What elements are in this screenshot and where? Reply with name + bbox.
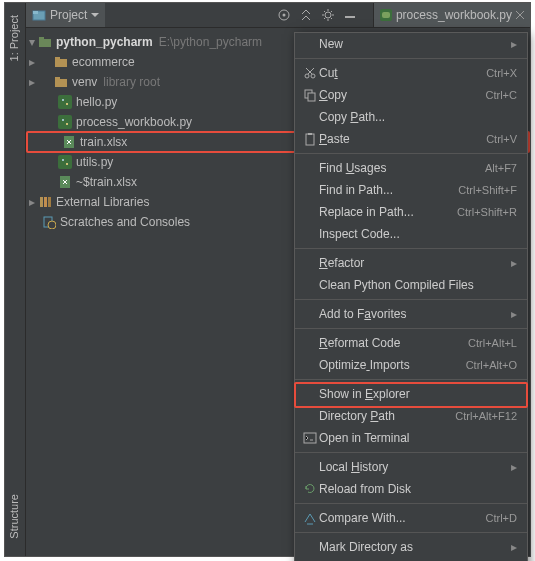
xls-icon (58, 175, 72, 189)
sidebar-tab-structure[interactable]: Structure (8, 494, 20, 539)
menu-item[interactable]: Clean Python Compiled Files (295, 274, 527, 296)
svg-point-28 (48, 221, 56, 229)
svg-rect-7 (39, 39, 51, 47)
suffix: library root (103, 75, 160, 89)
svg-point-22 (66, 163, 68, 165)
menu-separator (295, 248, 527, 249)
gear-icon[interactable] (321, 8, 335, 22)
library-icon (38, 195, 52, 209)
scratch-label: Scratches and Consoles (60, 215, 190, 229)
folder-icon (54, 55, 68, 69)
folder-icon (54, 75, 68, 89)
menu-item[interactable]: CopyCtrl+C (295, 84, 527, 106)
submenu-arrow-icon: ▸ (511, 256, 517, 270)
target-icon[interactable] (277, 8, 291, 22)
menu-item[interactable]: Add to Favorites▸ (295, 303, 527, 325)
chevron-down-icon (91, 11, 99, 19)
sidebar-tab-project[interactable]: 1: Project (8, 15, 20, 61)
chevron-down-icon[interactable]: ▾ (26, 34, 38, 50)
svg-rect-32 (308, 93, 315, 101)
shortcut: Ctrl+D (486, 512, 517, 524)
menu-label: Copy Path... (319, 110, 517, 124)
shortcut: Ctrl+C (486, 89, 517, 101)
menu-label: Cut (319, 66, 486, 80)
file-label: train.xlsx (80, 135, 127, 149)
python-icon (380, 9, 392, 21)
menu-item[interactable]: Open in Terminal (295, 427, 527, 449)
close-icon[interactable] (516, 11, 524, 19)
chevron-right-icon[interactable]: ▸ (26, 54, 38, 70)
menu-item[interactable]: Replace in Path...Ctrl+Shift+R (295, 201, 527, 223)
menu-item[interactable]: Local History▸ (295, 456, 527, 478)
svg-point-29 (305, 74, 309, 78)
svg-rect-5 (345, 16, 355, 18)
menu-separator (295, 379, 527, 380)
svg-point-3 (282, 14, 285, 17)
svg-point-4 (325, 12, 331, 18)
menu-item[interactable]: Find in Path...Ctrl+Shift+F (295, 179, 527, 201)
cut-icon (303, 66, 317, 80)
svg-rect-11 (55, 79, 67, 87)
file-label: ecommerce (72, 55, 135, 69)
shortcut: Ctrl+Shift+F (458, 184, 517, 196)
menu-item[interactable]: Mark Directory as▸ (295, 536, 527, 558)
menu-label: Reload from Disk (319, 482, 517, 496)
reload-icon (303, 482, 317, 496)
menu-separator (295, 532, 527, 533)
menu-item[interactable]: Inspect Code... (295, 223, 527, 245)
scratch-icon (42, 215, 56, 229)
menu-item[interactable]: Refactor▸ (295, 252, 527, 274)
menu-separator (295, 153, 527, 154)
copy-icon (303, 88, 317, 102)
menu-label: New (319, 37, 511, 51)
menu-separator (295, 328, 527, 329)
menu-label: Add to Favorites (319, 307, 511, 321)
svg-rect-33 (306, 134, 314, 145)
menu-item[interactable]: Reload from Disk (295, 478, 527, 500)
shortcut: Ctrl+Alt+L (468, 337, 517, 349)
menu-item[interactable]: Reformat CodeCtrl+Alt+L (295, 332, 527, 354)
menu-item[interactable]: CutCtrl+X (295, 62, 527, 84)
ext-label: External Libraries (56, 195, 149, 209)
menu-item[interactable]: PasteCtrl+V (295, 128, 527, 150)
menu-item[interactable]: Optimize ImportsCtrl+Alt+O (295, 354, 527, 376)
menu-label: Local History (319, 460, 511, 474)
svg-rect-26 (48, 197, 51, 207)
menu-label: Clean Python Compiled Files (319, 278, 517, 292)
project-dropdown[interactable]: Project (26, 3, 105, 27)
svg-rect-35 (304, 433, 316, 443)
menu-item[interactable]: New▸ (295, 33, 527, 55)
svg-point-14 (62, 99, 64, 101)
file-label: venv (72, 75, 97, 89)
collapse-icon[interactable] (299, 8, 313, 22)
toolbar: Project process_workbook.py (26, 3, 530, 28)
svg-point-18 (66, 123, 68, 125)
menu-label: Reformat Code (319, 336, 468, 350)
svg-rect-16 (58, 115, 72, 129)
shortcut: Ctrl+Alt+F12 (455, 410, 517, 422)
menu-item[interactable]: Show in Explorer (295, 383, 527, 405)
menu-label: Open in Terminal (319, 431, 517, 445)
submenu-arrow-icon: ▸ (511, 540, 517, 554)
menu-item[interactable]: Find UsagesAlt+F7 (295, 157, 527, 179)
menu-label: Paste (319, 132, 486, 146)
svg-rect-25 (44, 197, 47, 207)
menu-item[interactable]: Compare With...Ctrl+D (295, 507, 527, 529)
menu-item[interactable]: Directory PathCtrl+Alt+F12 (295, 405, 527, 427)
svg-rect-20 (58, 155, 72, 169)
menu-separator (295, 503, 527, 504)
svg-rect-34 (308, 133, 312, 135)
chevron-right-icon[interactable]: ▸ (26, 74, 38, 90)
svg-rect-9 (55, 59, 67, 67)
chevron-right-icon[interactable]: ▸ (26, 194, 38, 210)
menu-item[interactable]: Copy Path... (295, 106, 527, 128)
hide-icon[interactable] (343, 8, 357, 22)
shortcut: Ctrl+Shift+R (457, 206, 517, 218)
file-label: process_workbook.py (76, 115, 192, 129)
editor-tab[interactable]: process_workbook.py (373, 3, 530, 27)
shortcut: Ctrl+X (486, 67, 517, 79)
submenu-arrow-icon: ▸ (511, 307, 517, 321)
submenu-arrow-icon: ▸ (511, 460, 517, 474)
menu-label: Inspect Code... (319, 227, 517, 241)
menu-label: Show in Explorer (319, 387, 517, 401)
